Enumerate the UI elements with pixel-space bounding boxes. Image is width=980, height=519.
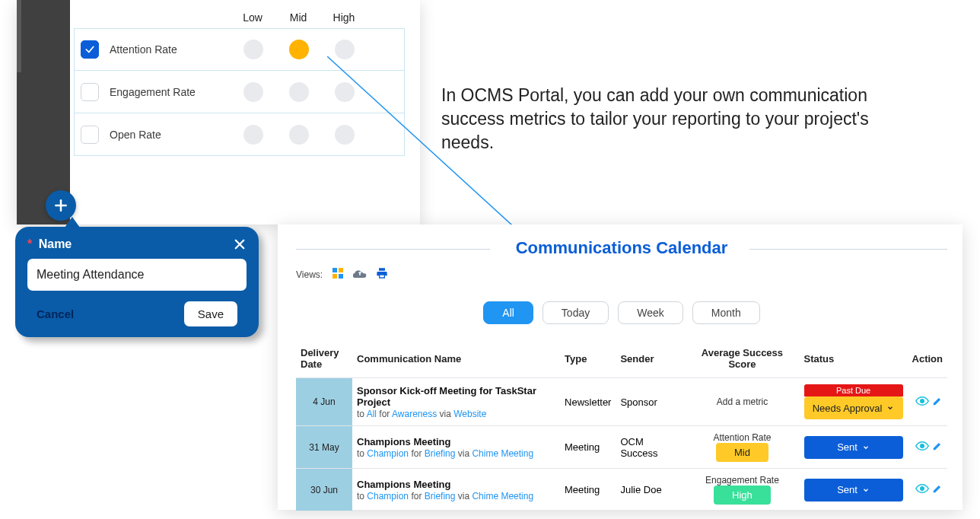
required-asterisk: * [27,237,32,250]
channel-link[interactable]: Chime Meeting [472,491,533,501]
rating-dot-mid[interactable] [276,82,322,102]
cancel-button[interactable]: Cancel [37,307,74,320]
channel-link[interactable]: Website [453,409,486,419]
edit-action[interactable] [932,441,943,454]
metric-checkbox[interactable] [81,40,99,59]
audience-link[interactable]: All [367,409,377,419]
metric-row: Engagement Rate [74,71,405,113]
col-sender: Sender [616,339,685,378]
svg-rect-9 [380,275,383,278]
header-low: Low [230,11,275,24]
communication-name: Champions Meeting [357,436,555,447]
add-metric-button[interactable] [46,190,76,221]
svg-point-10 [921,399,924,403]
add-metric-link[interactable]: Add a metric [689,396,794,407]
rating-dot-low[interactable] [231,40,276,59]
metric-name-input[interactable] [27,259,247,291]
score-badge: Mid [716,443,768,462]
grid-view-icon[interactable] [332,267,344,282]
metric-label: Open Rate [105,129,231,141]
tab-week[interactable]: Week [618,301,683,324]
channel-link[interactable]: Chime Meeting [472,448,533,459]
metrics-panel: Low Mid High Attention RateEngagement Ra… [17,0,420,224]
svg-rect-7 [332,274,337,279]
save-button[interactable]: Save [184,301,237,326]
audience-link[interactable]: Champion [367,448,409,459]
sender-cell: OCM Success [616,426,685,469]
pencil-icon [932,483,943,494]
communication-name: Sponsor Kick-off Meeting for TaskStar Pr… [357,385,555,408]
table-row: 4 JunSponsor Kick-off Meeting for TaskSt… [296,378,947,426]
score-metric-name: Attention Rate [689,432,794,443]
print-icon[interactable] [376,267,388,282]
eye-icon [915,441,929,451]
calendar-title: Communications Calendar [296,238,947,258]
metric-checkbox[interactable] [81,126,99,144]
close-dialog-button[interactable] [233,237,247,251]
status-dropdown[interactable]: Sent [804,479,903,501]
type-cell: Meeting [560,426,616,469]
col-avg-score: Average Success Score [685,339,799,378]
status-dropdown[interactable]: Needs Approval [804,396,903,419]
col-status: Status [800,339,908,378]
metric-name-dialog: * Name Cancel Save [15,227,259,337]
edit-action[interactable] [932,483,943,496]
metrics-sidebar-accent [17,0,21,72]
score-metric-name: Engagement Rate [689,475,794,486]
metric-label: Attention Rate [105,43,231,56]
metric-row: Open Rate [74,113,405,156]
tab-all[interactable]: All [483,301,533,324]
rating-dot-high[interactable] [322,40,368,59]
col-communication-name: Communication Name [352,339,560,378]
pencil-icon [932,441,943,451]
table-row: 30 JunChampions Meetingto Champion for B… [296,469,947,511]
rating-dot-low[interactable] [231,82,276,102]
col-delivery-date: Delivery Date [296,339,352,378]
rating-dot-high[interactable] [322,82,368,102]
views-row: Views: [296,267,947,282]
view-action[interactable] [915,483,929,496]
col-action: Action [908,339,947,378]
metric-row: Attention Rate [74,28,405,71]
svg-point-12 [921,487,924,491]
purpose-link[interactable]: Awareness [392,409,437,419]
eye-icon [915,396,929,406]
tab-month[interactable]: Month [692,301,760,324]
svg-point-11 [921,444,924,448]
header-mid: Mid [275,11,321,24]
type-cell: Newsletter [560,378,616,426]
time-filter-tabs: All Today Week Month [296,301,947,324]
rating-dot-mid[interactable] [276,125,322,145]
view-action[interactable] [915,441,929,454]
svg-rect-6 [339,268,343,272]
audience-link[interactable]: Champion [367,491,409,501]
table-row: 31 MayChampions Meetingto Champion for B… [296,426,947,469]
rating-dot-low[interactable] [231,125,276,145]
purpose-link[interactable]: Briefing [425,491,456,501]
plus-icon [53,198,68,213]
views-label: Views: [296,269,323,280]
col-type: Type [560,339,616,378]
close-icon [233,237,247,251]
purpose-link[interactable]: Briefing [425,448,456,459]
cloud-upload-icon[interactable] [353,267,367,282]
rating-dot-high[interactable] [322,125,368,145]
edit-action[interactable] [932,396,943,409]
metric-label: Engagement Rate [105,86,231,98]
communication-subline: to Champion for Briefing via Chime Meeti… [357,491,555,501]
communication-name: Champions Meeting [357,479,555,490]
metric-checkbox[interactable] [81,83,99,101]
name-field-label: Name [39,237,72,250]
add-metric-tail [65,217,80,228]
view-action[interactable] [915,396,929,409]
metrics-column-headers: Low Mid High [74,11,405,24]
communications-calendar-panel: Communications Calendar Views: All Today… [278,224,963,510]
calendar-table: Delivery Date Communication Name Type Se… [296,339,947,511]
status-dropdown[interactable]: Sent [804,436,903,459]
delivery-date-cell: 31 May [296,426,352,469]
delivery-date-cell: 30 Jun [296,469,352,511]
tab-today[interactable]: Today [542,301,609,324]
rating-dot-mid[interactable] [276,40,322,59]
sender-cell: Sponsor [616,378,685,426]
svg-rect-5 [332,268,337,272]
